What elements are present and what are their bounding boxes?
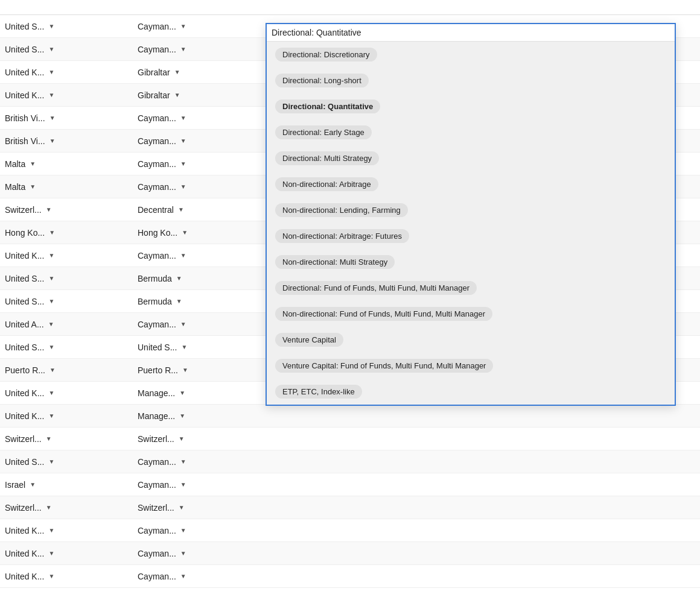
cell-country: Switzerl...▼ bbox=[0, 203, 133, 217]
strategy-option[interactable]: Non-directional: Lending, Farming bbox=[267, 197, 675, 223]
cell-strategy[interactable] bbox=[266, 574, 483, 579]
domicile-dropdown-arrow[interactable]: ▼ bbox=[174, 274, 184, 283]
strategy-option[interactable]: Directional: Long-short bbox=[267, 68, 675, 93]
country-dropdown-arrow[interactable]: ▼ bbox=[28, 182, 37, 192]
country-dropdown-arrow[interactable]: ▼ bbox=[46, 526, 56, 535]
country-text: United K... bbox=[5, 411, 44, 421]
domicile-dropdown-arrow[interactable]: ▼ bbox=[179, 45, 188, 54]
country-dropdown-arrow[interactable]: ▼ bbox=[46, 343, 56, 352]
domicile-dropdown-arrow[interactable]: ▼ bbox=[179, 343, 189, 352]
cell-country: United K...▼ bbox=[0, 409, 133, 423]
strategy-option-label[interactable]: Directional: Long-short bbox=[275, 74, 369, 87]
country-text: United K... bbox=[5, 549, 44, 558]
cell-strategy[interactable] bbox=[266, 528, 483, 533]
strategy-option[interactable]: Directional: Quantitative bbox=[267, 93, 675, 119]
strategy-option[interactable]: Directional: Fund of Funds, Multi Fund, … bbox=[267, 275, 675, 301]
country-dropdown-arrow[interactable]: ▼ bbox=[48, 113, 57, 123]
domicile-dropdown-arrow[interactable]: ▼ bbox=[179, 251, 188, 260]
cell-domicile: Switzerl...▼ bbox=[133, 432, 266, 446]
strategy-option-label[interactable]: Non-directional: Fund of Funds, Multi Fu… bbox=[275, 307, 492, 321]
domicile-dropdown-arrow[interactable]: ▼ bbox=[179, 572, 188, 581]
cell-strategy[interactable] bbox=[266, 459, 483, 464]
cell-country: United K...▼ bbox=[0, 65, 133, 80]
domicile-dropdown-arrow[interactable]: ▼ bbox=[179, 480, 188, 490]
domicile-dropdown-arrow[interactable]: ▼ bbox=[177, 411, 187, 421]
cell-strategy[interactable] bbox=[266, 505, 483, 510]
cell-strategy[interactable] bbox=[266, 482, 483, 487]
strategy-option[interactable]: Non-directional: Multi Strategy bbox=[267, 249, 675, 275]
country-dropdown-arrow[interactable]: ▼ bbox=[44, 205, 54, 215]
strategy-option-label[interactable]: Non-directional: Arbitrage: Futures bbox=[275, 229, 409, 243]
country-dropdown-arrow[interactable]: ▼ bbox=[46, 274, 56, 283]
domicile-dropdown-arrow[interactable]: ▼ bbox=[179, 22, 188, 31]
country-dropdown-arrow[interactable]: ▼ bbox=[46, 457, 56, 467]
domicile-dropdown-arrow[interactable]: ▼ bbox=[179, 136, 188, 146]
country-dropdown-arrow[interactable]: ▼ bbox=[44, 434, 54, 444]
cell-aum bbox=[555, 505, 603, 510]
domicile-dropdown-arrow[interactable]: ▼ bbox=[179, 457, 188, 467]
strategy-option-label[interactable]: Venture Capital: Fund of Funds, Multi Fu… bbox=[275, 359, 493, 373]
cell-strategy[interactable] bbox=[266, 414, 483, 418]
strategy-dropdown[interactable]: Directional: DiscretionaryDirectional: L… bbox=[266, 23, 676, 406]
domicile-dropdown-arrow[interactable]: ▼ bbox=[176, 205, 186, 215]
strategy-option[interactable]: Venture Capital bbox=[267, 327, 675, 353]
domicile-dropdown-arrow[interactable]: ▼ bbox=[179, 113, 188, 123]
country-dropdown-arrow[interactable]: ▼ bbox=[46, 68, 56, 77]
strategy-option-label[interactable]: Directional: Quantitative bbox=[275, 99, 380, 113]
country-dropdown-arrow[interactable]: ▼ bbox=[46, 22, 56, 31]
strategy-option-label[interactable]: Non-directional: Lending, Farming bbox=[275, 203, 408, 217]
domicile-dropdown-arrow[interactable]: ▼ bbox=[177, 503, 186, 513]
country-dropdown-arrow[interactable]: ▼ bbox=[28, 480, 37, 490]
strategy-search-input[interactable] bbox=[272, 28, 670, 37]
country-dropdown-arrow[interactable]: ▼ bbox=[48, 365, 57, 375]
domicile-dropdown-arrow[interactable]: ▼ bbox=[179, 182, 188, 192]
strategy-option[interactable]: Non-directional: Arbitrage bbox=[267, 171, 675, 197]
domicile-dropdown-arrow[interactable]: ▼ bbox=[179, 549, 188, 558]
domicile-dropdown-arrow[interactable]: ▼ bbox=[177, 434, 186, 444]
domicile-dropdown-arrow[interactable]: ▼ bbox=[180, 365, 190, 375]
strategy-option-label[interactable]: Non-directional: Multi Strategy bbox=[275, 255, 395, 269]
cell-strategy[interactable] bbox=[266, 551, 483, 556]
strategy-option-label[interactable]: Venture Capital bbox=[275, 333, 343, 347]
domicile-dropdown-arrow[interactable]: ▼ bbox=[179, 159, 188, 169]
strategy-option-label[interactable]: Directional: Early Stage bbox=[275, 125, 372, 139]
country-text: United S... bbox=[5, 274, 44, 283]
strategy-option[interactable]: ETP, ETC, Index-like bbox=[267, 379, 675, 405]
cell-strategy[interactable] bbox=[266, 437, 483, 441]
strategy-option[interactable]: Venture Capital: Fund of Funds, Multi Fu… bbox=[267, 353, 675, 379]
cell-domicile: Cayman...▼ bbox=[133, 523, 266, 538]
strategy-option-label[interactable]: ETP, ETC, Index-like bbox=[275, 385, 362, 399]
country-dropdown-arrow[interactable]: ▼ bbox=[48, 136, 57, 146]
strategy-option-label[interactable]: Directional: Fund of Funds, Multi Fund, … bbox=[275, 281, 477, 295]
country-dropdown-arrow[interactable]: ▼ bbox=[46, 90, 56, 100]
domicile-dropdown-arrow[interactable]: ▼ bbox=[180, 228, 189, 238]
domicile-dropdown-arrow[interactable]: ▼ bbox=[173, 68, 182, 77]
country-dropdown-arrow[interactable]: ▼ bbox=[28, 159, 37, 169]
country-dropdown-arrow[interactable]: ▼ bbox=[46, 320, 56, 329]
country-dropdown-arrow[interactable]: ▼ bbox=[46, 388, 56, 398]
domicile-dropdown-arrow[interactable]: ▼ bbox=[179, 320, 188, 329]
strategy-input-row[interactable] bbox=[267, 24, 675, 42]
domicile-dropdown-arrow[interactable]: ▼ bbox=[179, 526, 188, 535]
strategy-option-label[interactable]: Directional: Multi Strategy bbox=[275, 151, 379, 165]
domicile-dropdown-arrow[interactable]: ▼ bbox=[173, 90, 182, 100]
country-dropdown-arrow[interactable]: ▼ bbox=[46, 297, 56, 306]
strategy-option[interactable]: Directional: Discretionary bbox=[267, 42, 675, 68]
domicile-text: Switzerl... bbox=[138, 434, 174, 444]
country-dropdown-arrow[interactable]: ▼ bbox=[46, 45, 56, 54]
country-dropdown-arrow[interactable]: ▼ bbox=[46, 411, 56, 421]
country-dropdown-arrow[interactable]: ▼ bbox=[46, 572, 56, 581]
strategy-option[interactable]: Non-directional: Arbitrage: Futures bbox=[267, 223, 675, 249]
strategy-option-label[interactable]: Non-directional: Arbitrage bbox=[275, 177, 378, 191]
strategy-option[interactable]: Directional: Multi Strategy bbox=[267, 145, 675, 171]
country-dropdown-arrow[interactable]: ▼ bbox=[46, 251, 56, 260]
country-dropdown-arrow[interactable]: ▼ bbox=[47, 228, 57, 238]
strategy-option[interactable]: Non-directional: Fund of Funds, Multi Fu… bbox=[267, 301, 675, 327]
cell-aum-m bbox=[483, 414, 555, 418]
domicile-dropdown-arrow[interactable]: ▼ bbox=[177, 388, 187, 398]
country-dropdown-arrow[interactable]: ▼ bbox=[46, 549, 56, 558]
domicile-dropdown-arrow[interactable]: ▼ bbox=[174, 297, 184, 306]
country-dropdown-arrow[interactable]: ▼ bbox=[44, 503, 54, 513]
strategy-option-label[interactable]: Directional: Discretionary bbox=[275, 48, 377, 62]
strategy-option[interactable]: Directional: Early Stage bbox=[267, 119, 675, 145]
